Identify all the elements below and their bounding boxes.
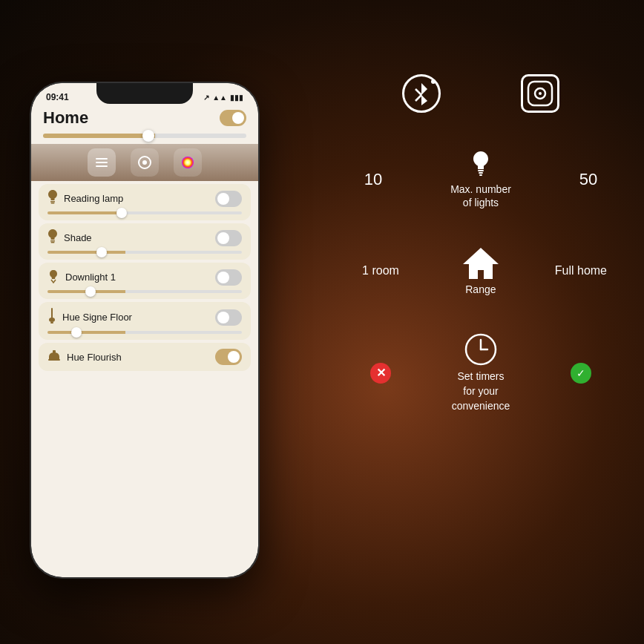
hub-timer-status: ✓ — [555, 363, 607, 384]
location-icon: ↗ — [203, 93, 209, 102]
tab-colors[interactable] — [174, 148, 202, 177]
info-panels: 10 Max. number of lights 50 1 room Range… — [347, 74, 614, 413]
bt-timer-status: ✕ — [355, 363, 407, 384]
max-lights-label: Max. number of lights — [450, 183, 511, 209]
light-slider[interactable] — [47, 331, 242, 334]
phone-mockup: 09:41 ↗ ▲▲ ▮▮▮ Home — [30, 82, 260, 579]
svg-rect-20 — [478, 170, 484, 171]
light-toggle[interactable] — [215, 349, 242, 365]
svg-rect-7 — [51, 203, 55, 204]
downlight-icon — [47, 269, 59, 286]
lights-list: Reading lamp — [31, 181, 258, 374]
connectivity-icons-row — [347, 74, 614, 113]
clock-icon — [464, 332, 498, 367]
range-row: 1 room Range Full home — [347, 246, 614, 295]
phone-notch — [96, 83, 193, 104]
bulb-icon — [47, 229, 58, 246]
list-item: Hue Signe Floor — [39, 302, 251, 340]
tab-list[interactable] — [88, 148, 116, 177]
svg-rect-9 — [51, 242, 55, 243]
svg-marker-23 — [463, 248, 499, 279]
svg-rect-13 — [53, 350, 56, 353]
bluetooth-icon — [402, 74, 441, 113]
light-name: Shade — [64, 232, 92, 243]
svg-rect-8 — [50, 240, 55, 242]
list-item: Shade — [39, 223, 251, 260]
bulb-comparison-icon — [470, 150, 491, 178]
signe-icon — [47, 308, 56, 326]
hub-icon — [521, 74, 559, 113]
list-item: Downlight 1 — [39, 263, 251, 299]
light-toggle[interactable] — [215, 191, 242, 207]
brightness-slider[interactable] — [43, 134, 246, 138]
timer-label: Set timers for your convenience — [452, 369, 510, 413]
list-item: Reading lamp — [39, 184, 251, 220]
hub-range: Full home — [555, 264, 607, 277]
tab-bar — [31, 144, 258, 181]
status-icons: ↗ ▲▲ ▮▮▮ — [203, 93, 243, 102]
timer-center: Set timers for your convenience — [452, 332, 510, 413]
house-icon — [461, 246, 500, 280]
home-title: Home — [43, 108, 88, 128]
svg-point-4 — [142, 160, 147, 165]
bluetooth-dot — [431, 79, 436, 84]
timer-row: ✕ Set timers for your convenience ✓ — [347, 332, 614, 413]
svg-rect-1 — [96, 162, 108, 163]
bluetooth-icon-box — [402, 74, 441, 113]
svg-rect-6 — [50, 201, 55, 203]
light-toggle[interactable] — [215, 230, 242, 246]
tab-scenes[interactable] — [131, 148, 159, 177]
home-header: Home — [31, 105, 258, 134]
svg-rect-10 — [51, 308, 53, 318]
svg-rect-14 — [48, 359, 60, 361]
range-center: Range — [461, 246, 500, 295]
hub-icon-box — [521, 74, 559, 113]
svg-rect-21 — [479, 172, 483, 174]
svg-point-19 — [539, 92, 542, 95]
light-toggle[interactable] — [215, 309, 242, 326]
range-label: Range — [465, 283, 496, 295]
brightness-slider-container — [31, 134, 258, 144]
light-name: Downlight 1 — [65, 272, 116, 283]
max-lights-row: 10 Max. number of lights 50 — [347, 150, 614, 209]
no-timer-icon: ✕ — [370, 363, 391, 384]
bt-range: 1 room — [355, 264, 407, 277]
light-toggle[interactable] — [215, 269, 242, 286]
list-item: Hue Flourish — [39, 343, 251, 371]
light-slider[interactable] — [47, 251, 242, 254]
battery-icon: ▮▮▮ — [230, 93, 243, 102]
phone-frame: 09:41 ↗ ▲▲ ▮▮▮ Home — [30, 82, 260, 579]
light-name: Hue Flourish — [67, 352, 122, 363]
phone-screen: 09:41 ↗ ▲▲ ▮▮▮ Home — [31, 83, 258, 577]
light-slider[interactable] — [47, 290, 242, 293]
svg-rect-12 — [50, 322, 53, 323]
flourish-icon — [47, 349, 61, 365]
home-toggle[interactable] — [220, 110, 246, 126]
svg-point-11 — [49, 318, 55, 322]
light-slider[interactable] — [47, 211, 242, 214]
svg-line-15 — [415, 89, 421, 95]
wifi-icon: ▲▲ — [212, 93, 227, 102]
status-time: 09:41 — [46, 92, 69, 102]
bulb-icon — [47, 190, 58, 207]
light-name: Reading lamp — [64, 193, 123, 204]
max-lights-center: Max. number of lights — [450, 150, 511, 209]
light-name: Hue Signe Floor — [62, 312, 132, 323]
yes-timer-icon: ✓ — [571, 363, 591, 384]
svg-rect-22 — [479, 174, 482, 176]
hub-max-lights: 50 — [570, 170, 607, 189]
svg-rect-0 — [96, 158, 108, 160]
bt-max-lights: 10 — [355, 170, 392, 189]
svg-rect-2 — [96, 165, 108, 167]
svg-point-5 — [182, 157, 194, 168]
svg-line-16 — [415, 95, 421, 101]
